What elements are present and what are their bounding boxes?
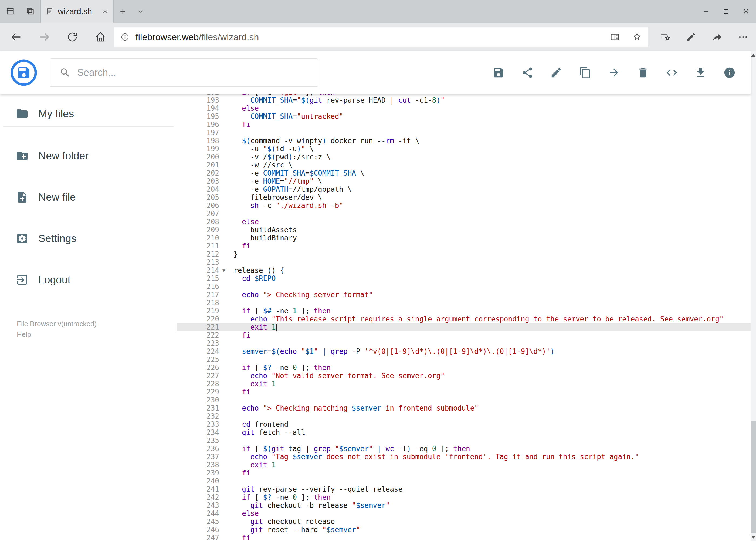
code-line[interactable]: 208 else <box>177 218 751 226</box>
delete-button[interactable] <box>637 66 649 79</box>
tab-preview-button[interactable] <box>24 0 36 23</box>
tabs-aside-button[interactable] <box>4 0 16 23</box>
code-line[interactable]: 199 -u "$(id -u)" \ <box>177 145 751 153</box>
sidebar-item-my-files[interactable]: My files <box>0 101 177 126</box>
sidebar-item-settings[interactable]: Settings <box>0 218 177 259</box>
help-link[interactable]: Help <box>17 329 177 340</box>
page-scrollbar[interactable] <box>751 51 756 541</box>
code-line[interactable]: 243 git checkout -b release "$semver" <box>177 501 751 509</box>
code-line[interactable]: 200 -v /$(pwd):/src:z \ <box>177 153 751 161</box>
code-line[interactable]: 238 exit 1 <box>177 461 751 469</box>
sidebar-item-new-folder[interactable]: New folder <box>0 135 177 176</box>
code-line[interactable]: 224 semver=$(echo "$1" | grep -P '^v(0|[… <box>177 347 751 355</box>
code-line[interactable]: 223 <box>177 339 751 347</box>
code-line[interactable]: 234 git fetch --all <box>177 428 751 436</box>
code-line[interactable]: 242 if [ $? -ne 0 ]; then <box>177 493 751 501</box>
search-input[interactable] <box>77 67 299 78</box>
new-tab-button[interactable] <box>114 0 132 23</box>
save-button[interactable] <box>492 66 505 79</box>
code-line[interactable]: 206 sh -c "./wizard.sh -b" <box>177 202 751 210</box>
code-line[interactable]: 221 exit 1 <box>177 323 751 331</box>
info-button[interactable] <box>723 66 736 79</box>
download-button[interactable] <box>694 66 707 79</box>
code-line[interactable]: 229 fi <box>177 388 751 396</box>
sidebar-item-logout[interactable]: Logout <box>0 259 177 300</box>
code-line[interactable]: 231 echo "> Checking matching $semver in… <box>177 404 751 412</box>
raw-code-button[interactable] <box>665 66 678 79</box>
scroll-down-arrow-icon[interactable] <box>751 536 755 539</box>
code-line[interactable]: 202 -e COMMIT_SHA=$COMMIT_SHA \ <box>177 169 751 177</box>
maximize-button[interactable] <box>716 0 736 23</box>
code-line[interactable]: 213 <box>177 258 751 266</box>
address-bar[interactable]: filebrowser.web/files/wizard.sh <box>115 27 648 47</box>
refresh-button[interactable] <box>58 23 86 51</box>
code-line[interactable]: 227 echo "Not valid semver format. See s… <box>177 372 751 380</box>
web-note-pen-button[interactable] <box>678 23 704 51</box>
code-line[interactable]: 218 <box>177 299 751 307</box>
code-line[interactable]: 235 <box>177 436 751 445</box>
forward-button[interactable] <box>30 23 58 51</box>
share-button[interactable] <box>521 66 534 79</box>
code-line[interactable]: 228 exit 1 <box>177 380 751 388</box>
rename-button[interactable] <box>550 66 563 79</box>
code-line[interactable]: 216 <box>177 282 751 290</box>
reading-view-button[interactable] <box>604 32 626 42</box>
more-options-button[interactable] <box>730 23 756 51</box>
close-button[interactable] <box>736 0 756 23</box>
code-line[interactable]: 232 <box>177 412 751 420</box>
browser-tab[interactable]: wizard.sh <box>41 0 114 23</box>
code-line[interactable]: 239 fi <box>177 469 751 477</box>
code-line[interactable]: 233 cd frontend <box>177 420 751 428</box>
code-line[interactable]: 193 COMMIT_SHA="$(git rev-parse HEAD | c… <box>177 96 751 104</box>
favorites-hub-button[interactable] <box>652 23 678 51</box>
code-line[interactable]: 241 git rev-parse --verify --quiet relea… <box>177 485 751 493</box>
code-line[interactable]: 215 cd $REPO <box>177 274 751 282</box>
add-favorite-star-icon[interactable] <box>626 32 648 42</box>
code-line[interactable]: 246 git reset --hard "$semver" <box>177 526 751 534</box>
code-line[interactable]: 217 echo "> Checking semver format" <box>177 290 751 299</box>
code-line[interactable]: 197 <box>177 129 751 137</box>
code-line[interactable]: 225 <box>177 355 751 363</box>
code-line[interactable]: 203 -e HOME="//tmp" \ <box>177 177 751 185</box>
sidebar-item-new-file[interactable]: New file <box>0 176 177 218</box>
move-button[interactable] <box>608 66 620 79</box>
search-box[interactable] <box>50 58 318 87</box>
code-line[interactable]: 236 if [ $(git tag | grep "$semver" | wc… <box>177 445 751 453</box>
code-line[interactable]: 212} <box>177 250 751 258</box>
home-button[interactable] <box>86 23 115 51</box>
code-line[interactable]: 226 if [ $? -ne 0 ]; then <box>177 363 751 372</box>
share-page-button[interactable] <box>704 23 730 51</box>
code-line[interactable]: 245 git checkout release <box>177 517 751 526</box>
tab-preview-chevron-icon[interactable] <box>132 0 149 23</box>
code-line[interactable]: 195 COMMIT_SHA="untracked" <box>177 112 751 121</box>
copy-button[interactable] <box>579 66 591 79</box>
fold-marker-icon[interactable]: ▾ <box>221 266 233 274</box>
minimize-button[interactable] <box>696 0 716 23</box>
code-line[interactable]: 220 echo "This release script requires a… <box>177 315 751 323</box>
code-line[interactable]: 219 if [ $# -ne 1 ]; then <box>177 307 751 315</box>
code-line[interactable]: 210 buildBinary <box>177 234 751 242</box>
code-line[interactable]: 207 <box>177 210 751 218</box>
code-line[interactable]: 214▾release () { <box>177 266 751 274</box>
code-line[interactable]: 198 $(command -v winpty) docker run --rm… <box>177 137 751 145</box>
code-editor[interactable]: 192 if [ -d ".git" ]; then193 COMMIT_SHA… <box>177 94 751 541</box>
code-line[interactable]: 222 fi <box>177 331 751 339</box>
code-line[interactable]: 244 else <box>177 509 751 517</box>
site-info-icon[interactable] <box>115 32 135 42</box>
scroll-up-arrow-icon[interactable] <box>751 54 755 57</box>
tab-close-icon[interactable] <box>102 8 109 15</box>
filebrowser-logo[interactable] <box>10 59 37 86</box>
code-line[interactable]: 237 echo "Tag $semver does not exist in … <box>177 453 751 461</box>
code-line[interactable]: 205 filebrowser/dev \ <box>177 194 751 202</box>
scrollbar-thumb[interactable] <box>751 421 756 533</box>
code-line[interactable]: 204 -e GOPATH=//tmp/gopath \ <box>177 185 751 194</box>
code-line[interactable]: 194 else <box>177 104 751 112</box>
code-line[interactable]: 209 buildAssets <box>177 226 751 234</box>
code-line[interactable]: 201 -w //src \ <box>177 161 751 169</box>
code-line[interactable]: 230 <box>177 396 751 404</box>
code-line[interactable]: 240 <box>177 477 751 485</box>
code-line[interactable]: 196 fi <box>177 121 751 129</box>
back-button[interactable] <box>2 23 30 51</box>
code-line[interactable]: 247 fi <box>177 534 751 541</box>
code-line[interactable]: 192 if [ -d ".git" ]; then <box>177 94 751 96</box>
